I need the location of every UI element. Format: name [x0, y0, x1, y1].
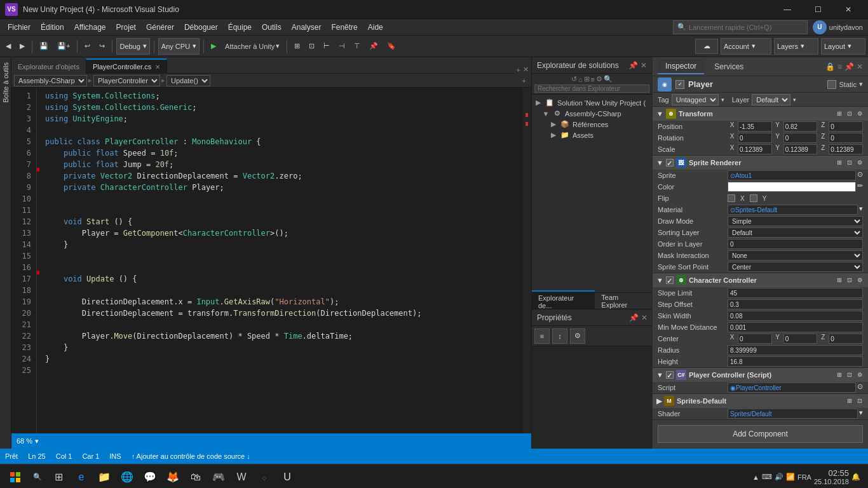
- menu-analyser[interactable]: Analyser: [287, 22, 327, 33]
- unity-cloud-btn[interactable]: ☁: [695, 39, 718, 54]
- shader-field[interactable]: Sprites/Default: [728, 409, 858, 419]
- taskbar-clock[interactable]: 02:55 25.10.2018: [814, 468, 849, 485]
- sprite-enabled-checkbox[interactable]: ✓: [666, 159, 674, 166]
- toolbar-extra-7[interactable]: 🔖: [384, 38, 399, 55]
- slope-input[interactable]: [728, 288, 863, 298]
- sprite-paste-btn[interactable]: ⊡: [845, 158, 854, 167]
- flip-y-checkbox[interactable]: [750, 194, 757, 202]
- transform-copy-btn[interactable]: ⊞: [835, 109, 844, 118]
- sprites-default-header[interactable]: ▶ M Sprites-Default ⊞ ⊡: [653, 394, 868, 408]
- prop-close-btn[interactable]: ✕: [641, 313, 648, 322]
- transform-menu-btn[interactable]: ⚙: [855, 109, 864, 118]
- forward-button[interactable]: ▶: [17, 38, 28, 55]
- toolbar-extra-4[interactable]: ⊣: [336, 38, 348, 55]
- transform-paste-btn[interactable]: ⊡: [845, 109, 854, 118]
- center-z[interactable]: [829, 334, 863, 344]
- sol-close-btn[interactable]: ✕: [641, 61, 647, 70]
- player-ctrl-enabled-checkbox[interactable]: ✓: [666, 371, 674, 379]
- prop-list-btn[interactable]: ≡: [534, 329, 550, 344]
- scale-y[interactable]: [783, 144, 818, 154]
- char-controller-header[interactable]: ▼ ✓ ⊕ Character Controller ⊞ ⊡ ⚙: [653, 273, 868, 287]
- attach-unity-button[interactable]: Attacher à Unity ▾: [222, 38, 283, 55]
- sol-settings-btn[interactable]: ⚙: [596, 75, 602, 83]
- shader-arrow[interactable]: ▾: [859, 409, 863, 419]
- menu-equipe[interactable]: Équipe: [223, 22, 257, 33]
- taskbar-ie[interactable]: 🌐: [116, 464, 139, 489]
- char-paste-btn[interactable]: ⊡: [845, 276, 854, 285]
- quick-launch-input[interactable]: [689, 24, 803, 31]
- toolbar-extra-1[interactable]: ⊞: [291, 38, 303, 55]
- menu-edition[interactable]: Édition: [36, 22, 69, 33]
- taskbar-steam[interactable]: 🎮: [207, 464, 230, 489]
- sol-refresh-btn[interactable]: ↺: [571, 75, 577, 83]
- object-active-checkbox[interactable]: ✓: [675, 80, 684, 89]
- taskbar-store[interactable]: 🛍: [184, 464, 207, 489]
- save-button[interactable]: 💾: [36, 38, 51, 55]
- menu-debogueur[interactable]: Déboguer: [179, 22, 223, 33]
- layout-dropdown[interactable]: Layout ▾: [821, 38, 865, 55]
- center-y[interactable]: [783, 334, 818, 344]
- static-checkbox[interactable]: [827, 80, 836, 89]
- menu-aide[interactable]: Aide: [363, 22, 388, 33]
- tray-volume[interactable]: 🔊: [775, 473, 783, 481]
- menu-fichier[interactable]: Fichier: [3, 22, 36, 33]
- scale-z[interactable]: [829, 144, 863, 154]
- radius-input[interactable]: [728, 345, 863, 355]
- prop-settings-btn[interactable]: ⚙: [570, 329, 585, 344]
- script-field[interactable]: ◉ PlayerController: [728, 383, 856, 393]
- sort-point-select[interactable]: Center: [728, 262, 863, 272]
- account-dropdown[interactable]: Account ▾: [721, 38, 771, 55]
- sol-pin-btn[interactable]: 📌: [628, 61, 638, 70]
- transform-header[interactable]: ▼ ⊕ Transform ⊞ ⊡ ⚙: [653, 107, 868, 121]
- start-button[interactable]: ▶: [208, 38, 219, 55]
- inspector-menu-btn[interactable]: ≡: [837, 62, 842, 71]
- object-color-picker[interactable]: ◉: [658, 78, 672, 92]
- inspector-close-btn[interactable]: ✕: [857, 62, 863, 71]
- material-field[interactable]: ⊙ Sprites-Default: [728, 205, 858, 215]
- toolbar-extra-5[interactable]: ⊤: [351, 38, 363, 55]
- tab-player-controller[interactable]: PlayerController.cs ✕: [86, 58, 167, 74]
- toolbar-extra-3[interactable]: ⊢: [320, 38, 333, 55]
- breadcrumb-method[interactable]: Update(): [166, 75, 210, 86]
- menu-outils[interactable]: Outils: [257, 22, 287, 33]
- player-ctrl-header[interactable]: ▼ ✓ C# Player Controller (Script) ⊞ ⊡ ⚙: [653, 368, 868, 382]
- sol-filter-btn[interactable]: ≡: [591, 76, 595, 83]
- char-copy-btn[interactable]: ⊞: [835, 276, 844, 285]
- position-z[interactable]: [829, 121, 863, 132]
- taskbar-edge[interactable]: e: [70, 464, 93, 489]
- zoom-arrow[interactable]: ▾: [35, 437, 39, 445]
- prop-pin-btn[interactable]: 📌: [629, 313, 639, 322]
- char-enabled-checkbox[interactable]: ✓: [666, 276, 674, 284]
- static-arrow[interactable]: ▾: [859, 80, 863, 88]
- rotation-z[interactable]: [829, 133, 863, 143]
- scale-x[interactable]: [738, 144, 772, 154]
- sol-search-btn[interactable]: 🔍: [604, 75, 613, 83]
- tree-references[interactable]: ▶ 📦 Références: [534, 119, 649, 130]
- player-ctrl-menu-btn[interactable]: ⚙: [855, 370, 864, 379]
- draw-mode-select[interactable]: Simple: [728, 216, 863, 226]
- code-editor[interactable]: using System.Collections; using System.C…: [40, 88, 522, 433]
- add-tab-btn[interactable]: +: [517, 66, 520, 74]
- breadcrumb-class[interactable]: Assembly-CSharp: [14, 75, 87, 86]
- back-button[interactable]: ◀: [3, 38, 14, 55]
- menu-generer[interactable]: Générer: [141, 22, 179, 33]
- user-avatar[interactable]: U: [813, 20, 827, 34]
- menu-affichage[interactable]: Affichage: [69, 22, 111, 33]
- sol-expand-btn[interactable]: ⊞: [584, 75, 590, 83]
- save-all-button[interactable]: 💾+: [54, 38, 73, 55]
- step-input[interactable]: [728, 299, 863, 309]
- tree-assembly[interactable]: ▼ ⚙ Assembly-CSharp: [534, 108, 649, 119]
- sol-home-btn[interactable]: ⌂: [578, 76, 583, 83]
- sprite-menu-btn[interactable]: ⚙: [855, 158, 864, 167]
- solution-search-input[interactable]: [534, 85, 649, 93]
- redo-button[interactable]: ↪: [96, 38, 108, 55]
- minimize-button[interactable]: —: [773, 0, 802, 19]
- position-y[interactable]: [783, 121, 818, 132]
- mat-copy-btn[interactable]: ⊞: [845, 396, 854, 405]
- inspector-lock-btn[interactable]: 🔒: [825, 62, 835, 71]
- player-ctrl-paste-btn[interactable]: ⊡: [845, 370, 854, 379]
- layers-dropdown[interactable]: Layers ▾: [774, 38, 818, 55]
- center-x[interactable]: [738, 334, 772, 344]
- tag-select[interactable]: Untagged: [672, 94, 719, 105]
- layer-select[interactable]: Default: [752, 94, 790, 105]
